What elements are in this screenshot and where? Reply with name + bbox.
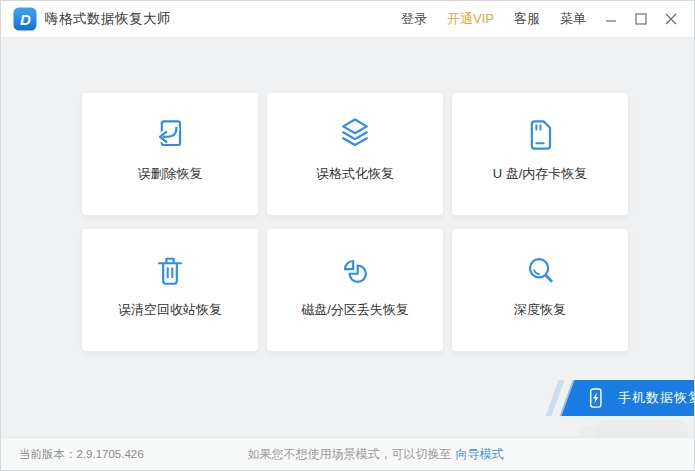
phone-banner-content: 手机数据恢复 (568, 380, 695, 416)
card-recycle-bin-recovery[interactable]: 误清空回收站恢复 (82, 229, 258, 351)
recovery-mode-grid: 误删除恢复 误格式化恢复 U 盘/内存卡恢复 (82, 93, 628, 351)
layers-icon (335, 115, 375, 155)
app-window: D 嗨格式数据恢复大师 登录 开通VIP 客服 菜单 (0, 0, 695, 471)
card-disk-partition-recovery[interactable]: 磁盘/分区丢失恢复 (267, 229, 443, 351)
card-unformat-recovery[interactable]: 误格式化恢复 (267, 93, 443, 215)
card-undelete-recovery[interactable]: 误删除恢复 (82, 93, 258, 215)
phone-data-recovery-button[interactable]: 手机数据恢复 (561, 380, 695, 416)
card-label: 误格式化恢复 (316, 165, 394, 183)
version-info: 当前版本：2.9.1705.426 (19, 438, 144, 470)
version-value: 2.9.1705.426 (77, 448, 144, 460)
phone-banner-label: 手机数据恢复 (618, 389, 695, 407)
close-icon (665, 13, 677, 25)
sd-card-icon (520, 115, 560, 155)
card-label: 误清空回收站恢复 (118, 301, 222, 319)
card-label: 误删除恢复 (138, 165, 203, 183)
status-bar: 当前版本：2.9.1705.426 如果您不想使用场景模式，可以切换至向导模式 (1, 437, 694, 470)
login-link[interactable]: 登录 (401, 10, 427, 28)
file-restore-icon (150, 115, 190, 155)
minimize-icon (605, 13, 617, 25)
support-link[interactable]: 客服 (514, 10, 540, 28)
title-bar: D 嗨格式数据恢复大师 登录 开通VIP 客服 菜单 (1, 1, 694, 38)
mode-hint-text: 如果您不想使用场景模式，可以切换至 (248, 447, 452, 461)
phone-bolt-icon (584, 385, 606, 412)
wizard-mode-link[interactable]: 向导模式 (456, 447, 504, 461)
magnifier-icon (520, 251, 560, 291)
card-label: 深度恢复 (514, 301, 566, 319)
maximize-icon (635, 13, 647, 25)
card-label: 磁盘/分区丢失恢复 (301, 301, 409, 319)
close-button[interactable] (656, 1, 686, 38)
menu-link[interactable]: 菜单 (560, 10, 586, 28)
app-logo-icon: D (13, 7, 37, 31)
mode-hint: 如果您不想使用场景模式，可以切换至向导模式 (248, 438, 504, 470)
pie-disk-icon (335, 251, 375, 291)
trash-icon (150, 251, 190, 291)
version-label: 当前版本： (19, 448, 77, 460)
maximize-button[interactable] (626, 1, 656, 38)
card-label: U 盘/内存卡恢复 (493, 165, 588, 183)
vip-link[interactable]: 开通VIP (447, 10, 494, 28)
page-title: 嗨格式数据恢复大师 (45, 10, 171, 28)
svg-text:D: D (20, 11, 31, 28)
card-deep-recovery[interactable]: 深度恢复 (452, 229, 628, 351)
minimize-button[interactable] (596, 1, 626, 38)
card-usb-memory-card-recovery[interactable]: U 盘/内存卡恢复 (452, 93, 628, 215)
